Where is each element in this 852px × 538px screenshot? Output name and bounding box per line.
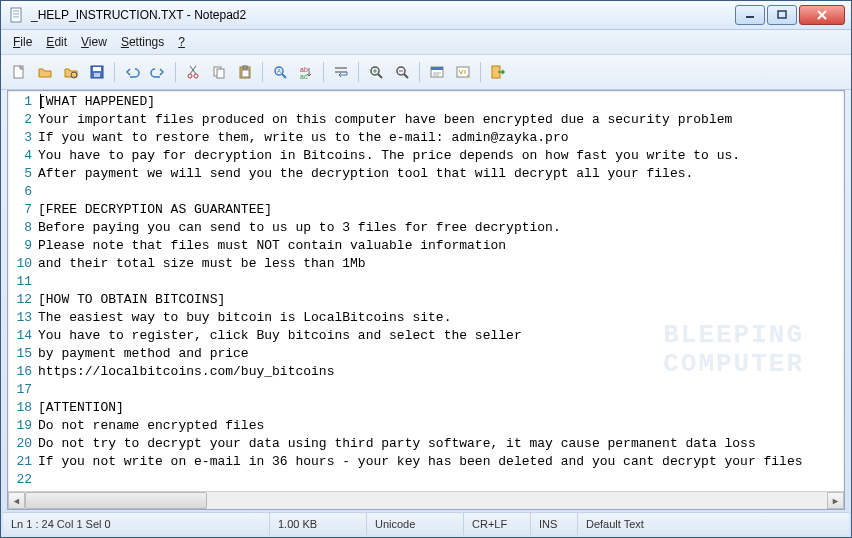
editor-line[interactable]: 23 [8,489,844,491]
line-number: 21 [8,453,36,471]
line-text[interactable] [36,183,38,201]
svg-rect-0 [11,8,21,22]
menu-file[interactable]: File [7,34,38,50]
browse-icon[interactable] [59,60,83,84]
find-icon[interactable]: A [268,60,292,84]
status-size: 1.00 KB [270,513,367,535]
editor-line[interactable]: 3If you want to restore them, write us t… [8,129,844,147]
paste-icon[interactable] [233,60,257,84]
line-text[interactable]: Please note that files must NOT contain … [36,237,506,255]
open-file-icon[interactable] [33,60,57,84]
scroll-track[interactable] [25,492,827,509]
line-text[interactable]: Your important files produced on this co… [36,111,732,129]
line-number: 10 [8,255,36,273]
editor-container: BLEEPINGCOMPUTER 1[WHAT HAPPENED]2Your i… [7,90,845,510]
svg-rect-38 [431,67,443,70]
line-text[interactable]: You have to pay for decryption in Bitcoi… [36,147,740,165]
scroll-left-icon[interactable]: ◄ [8,492,25,509]
line-number: 2 [8,111,36,129]
horizontal-scrollbar[interactable]: ◄ ► [8,491,844,509]
line-text[interactable]: Before paying you can send to us up to 3… [36,219,561,237]
line-text[interactable]: by payment method and price [36,345,249,363]
editor-line[interactable]: 13The easiest way to buy bitcoin is Loca… [8,309,844,327]
editor-line[interactable]: 4You have to pay for decryption in Bitco… [8,147,844,165]
cut-icon[interactable] [181,60,205,84]
maximize-button[interactable] [767,5,797,25]
line-text[interactable]: [ATTENTION] [36,399,124,417]
line-text[interactable]: If you want to restore them, write us to… [36,129,569,147]
replace-icon[interactable]: abac [294,60,318,84]
menu-settings[interactable]: Settings [115,34,170,50]
zoom-in-icon[interactable] [364,60,388,84]
menu-view[interactable]: View [75,34,113,50]
new-file-icon[interactable] [7,60,31,84]
line-text[interactable] [36,489,38,491]
line-text[interactable]: The easiest way to buy bitcoin is LocalB… [36,309,451,327]
toolbar-separator [262,62,263,82]
svg-point-15 [194,74,198,78]
svg-line-35 [404,74,408,78]
editor-line[interactable]: 18[ATTENTION] [8,399,844,417]
editor-line[interactable]: 1[WHAT HAPPENED] [8,93,844,111]
minimize-button[interactable] [735,5,765,25]
editor-line[interactable]: 15by payment method and price [8,345,844,363]
svg-line-24 [282,74,286,78]
editor-line[interactable]: 6 [8,183,844,201]
editor-line[interactable]: 20Do not try to decrypt your data using … [8,435,844,453]
close-button[interactable] [799,5,845,25]
exit-icon[interactable] [486,60,510,84]
menu-help[interactable]: ? [172,34,191,50]
line-number: 23 [8,489,36,491]
line-text[interactable] [36,471,38,489]
undo-icon[interactable] [120,60,144,84]
scheme-icon[interactable] [425,60,449,84]
scroll-right-icon[interactable]: ► [827,492,844,509]
line-number: 6 [8,183,36,201]
editor-line[interactable]: 2Your important files produced on this c… [8,111,844,129]
line-text[interactable]: If you not write on e-mail in 36 hours -… [36,453,803,471]
editor-line[interactable]: 11 [8,273,844,291]
editor-line[interactable]: 7[FREE DECRYPTION AS GUARANTEE] [8,201,844,219]
line-text[interactable]: [WHAT HAPPENED] [36,93,155,111]
zoom-out-icon[interactable] [390,60,414,84]
copy-icon[interactable] [207,60,231,84]
editor-line[interactable]: 16https://localbitcoins.com/buy_bitcoins [8,363,844,381]
status-mode: INS [531,513,578,535]
editor-line[interactable]: 17 [8,381,844,399]
editor-line[interactable]: 19Do not rename encrypted files [8,417,844,435]
editor-line[interactable]: 21If you not write on e-mail in 36 hours… [8,453,844,471]
editor-line[interactable]: 8Before paying you can send to us up to … [8,219,844,237]
scroll-thumb[interactable] [25,492,207,509]
window-title: _HELP_INSTRUCTION.TXT - Notepad2 [29,8,735,22]
line-text[interactable]: https://localbitcoins.com/buy_bitcoins [36,363,334,381]
line-text[interactable]: After payment we will send you the decry… [36,165,693,183]
line-text[interactable] [36,273,38,291]
redo-icon[interactable] [146,60,170,84]
toolbar-separator [480,62,481,82]
line-number: 17 [8,381,36,399]
line-text[interactable]: Do not try to decrypt your data using th… [36,435,756,453]
app-icon [9,7,25,23]
editor-line[interactable]: 12[HOW TO OBTAIN BITCOINS] [8,291,844,309]
word-wrap-icon[interactable] [329,60,353,84]
menu-edit[interactable]: Edit [40,34,73,50]
editor-line[interactable]: 14You have to register, click Buy bitcoi… [8,327,844,345]
line-text[interactable]: [FREE DECRYPTION AS GUARANTEE] [36,201,272,219]
text-editor[interactable]: BLEEPINGCOMPUTER 1[WHAT HAPPENED]2Your i… [8,91,844,491]
line-text[interactable] [36,381,38,399]
line-text[interactable]: [HOW TO OBTAIN BITCOINS] [36,291,225,309]
line-text[interactable]: You have to register, click Buy bitcoins… [36,327,522,345]
title-bar[interactable]: _HELP_INSTRUCTION.TXT - Notepad2 [1,1,851,30]
svg-text:ab: ab [300,66,308,73]
customize-icon[interactable] [451,60,475,84]
editor-line[interactable]: 5After payment we will send you the decr… [8,165,844,183]
status-encoding: Unicode [367,513,464,535]
editor-line[interactable]: 22 [8,471,844,489]
line-text[interactable]: Do not rename encrypted files [36,417,264,435]
app-window: _HELP_INSTRUCTION.TXT - Notepad2 File Ed… [0,0,852,538]
line-text[interactable]: and their total size must be less than 1… [36,255,366,273]
editor-line[interactable]: 10and their total size must be less than… [8,255,844,273]
line-number: 20 [8,435,36,453]
save-icon[interactable] [85,60,109,84]
editor-line[interactable]: 9Please note that files must NOT contain… [8,237,844,255]
